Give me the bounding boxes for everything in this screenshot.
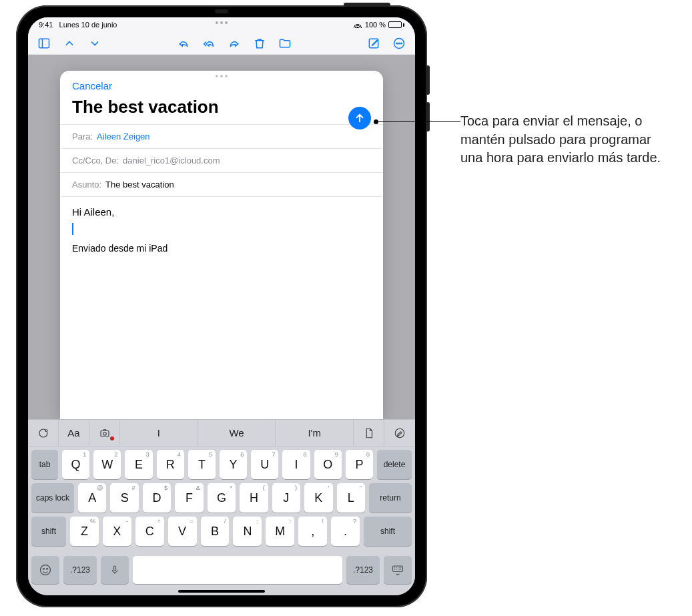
reply-icon[interactable]	[177, 37, 190, 50]
svg-rect-16	[114, 566, 116, 571]
chevron-up-icon[interactable]	[63, 37, 76, 50]
key-x[interactable]: X-	[103, 517, 131, 546]
keyboard-toolbar: Aa I We I'm	[28, 420, 415, 446]
key-s[interactable]: S#	[110, 483, 138, 513]
compose-body[interactable]: Hi Aileen, Enviado desde mi iPad	[60, 197, 383, 419]
ipad-device-frame: 9:41 Lunes 10 de junio 100 %	[16, 5, 427, 607]
key-space[interactable]	[133, 556, 342, 584]
key-b[interactable]: B/	[201, 517, 230, 546]
key-i[interactable]: I8	[282, 450, 310, 479]
key-shift-right[interactable]: shift	[364, 517, 412, 546]
more-icon[interactable]	[392, 37, 406, 50]
format-aa-icon[interactable]: Aa	[59, 420, 89, 446]
forward-icon[interactable]	[228, 37, 241, 50]
key-return[interactable]: return	[369, 483, 412, 513]
send-button[interactable]	[348, 107, 371, 129]
key-w[interactable]: W2	[93, 450, 121, 479]
sidebar-toggle-icon[interactable]	[37, 37, 51, 50]
camera-scan-icon[interactable]	[89, 420, 120, 446]
key-v[interactable]: V=	[168, 517, 197, 546]
power-button	[344, 3, 390, 7]
key-t[interactable]: T5	[188, 450, 216, 479]
key-dictation[interactable]	[101, 556, 129, 584]
key-y[interactable]: Y6	[220, 450, 247, 479]
battery-percent: 100 %	[365, 21, 386, 29]
signature-text: Enviado desde mi iPad	[72, 242, 371, 256]
key-h[interactable]: H(	[240, 483, 268, 513]
compose-title: The best vacation	[60, 91, 383, 124]
status-date: Lunes 10 de junio	[59, 21, 117, 29]
key-emoji[interactable]	[31, 556, 59, 584]
compose-icon[interactable]	[367, 37, 380, 50]
key-e[interactable]: E3	[125, 450, 152, 479]
compose-sheet: Cancelar The best vacation Para: Aileen …	[60, 71, 383, 419]
key-p[interactable]: P0	[346, 450, 373, 479]
subject-field-row[interactable]: Asunto: The best vacation	[60, 172, 383, 197]
ipad-screen: 9:41 Lunes 10 de junio 100 %	[28, 17, 415, 595]
key-g[interactable]: G*	[208, 483, 236, 513]
text-cursor	[72, 223, 73, 235]
key-r[interactable]: R4	[157, 450, 184, 479]
key-capslock[interactable]: caps lock	[31, 483, 74, 513]
volume-up-button	[426, 65, 430, 95]
svg-rect-0	[39, 39, 49, 47]
cancel-button[interactable]: Cancelar	[72, 80, 112, 91]
svg-rect-17	[393, 566, 403, 571]
status-time: 9:41	[39, 21, 53, 29]
to-field-row[interactable]: Para: Aileen Zeigen	[60, 124, 383, 148]
svg-point-9	[45, 429, 47, 431]
stickers-icon[interactable]	[28, 420, 59, 446]
key-,[interactable]: ,!	[298, 517, 327, 546]
key-k[interactable]: K'	[304, 483, 332, 513]
key-f[interactable]: F&	[175, 483, 203, 513]
callout-text: Toca para enviar el mensaje, o mantén pu…	[460, 112, 674, 168]
suggestion-1[interactable]: I	[120, 420, 198, 446]
svg-point-4	[396, 43, 398, 44]
key-delete[interactable]: delete	[377, 450, 412, 479]
key-shift-left[interactable]: shift	[31, 517, 66, 546]
status-right: 100 %	[353, 21, 404, 29]
markup-icon[interactable]	[384, 420, 415, 446]
subject-value: The best vacation	[105, 180, 174, 190]
key-n[interactable]: N;	[233, 517, 262, 546]
volume-down-button	[426, 102, 430, 131]
key-d[interactable]: D$	[143, 483, 171, 513]
key-o[interactable]: O9	[314, 450, 342, 479]
key-.[interactable]: .?	[331, 517, 360, 546]
document-scan-icon[interactable]	[354, 420, 384, 446]
svg-point-15	[47, 569, 48, 570]
svg-point-5	[398, 43, 400, 44]
svg-rect-10	[101, 430, 109, 436]
to-value[interactable]: Aileen Zeigen	[97, 131, 150, 141]
reply-all-icon[interactable]	[202, 37, 216, 50]
key-tab[interactable]: tab	[31, 450, 58, 479]
key-j[interactable]: J)	[272, 483, 300, 513]
svg-point-13	[41, 565, 51, 575]
key-u[interactable]: U7	[251, 450, 278, 479]
suggestion-2[interactable]: We	[198, 420, 276, 446]
key-numsym-right[interactable]: .?123	[346, 556, 380, 584]
cc-field-row[interactable]: Cc/Cco, De: daniel_rico1@icloud.com	[60, 148, 383, 172]
key-q[interactable]: Q1	[62, 450, 89, 479]
multitasking-dots[interactable]	[216, 21, 228, 24]
home-indicator[interactable]	[178, 590, 265, 593]
cc-label: Cc/Cco, De:	[72, 156, 119, 166]
key-hide-keyboard[interactable]	[384, 556, 412, 584]
key-z[interactable]: Z%	[70, 517, 99, 546]
body-greeting: Hi Aileen,	[72, 205, 371, 220]
subject-label: Asunto:	[72, 180, 101, 190]
suggestion-3[interactable]: I'm	[276, 420, 354, 446]
callout-leader-line	[376, 121, 460, 122]
key-a[interactable]: A@	[78, 483, 106, 513]
cc-value: daniel_rico1@icloud.com	[123, 156, 220, 166]
key-m[interactable]: M:	[266, 517, 294, 546]
svg-point-14	[43, 569, 45, 570]
chevron-down-icon[interactable]	[88, 37, 101, 50]
trash-icon[interactable]	[253, 37, 266, 50]
key-l[interactable]: L"	[337, 483, 365, 513]
wifi-icon	[353, 21, 362, 28]
move-folder-icon[interactable]	[278, 37, 292, 50]
key-c[interactable]: C+	[135, 517, 164, 546]
mail-toolbar	[28, 32, 415, 55]
key-numsym-left[interactable]: .?123	[63, 556, 97, 584]
